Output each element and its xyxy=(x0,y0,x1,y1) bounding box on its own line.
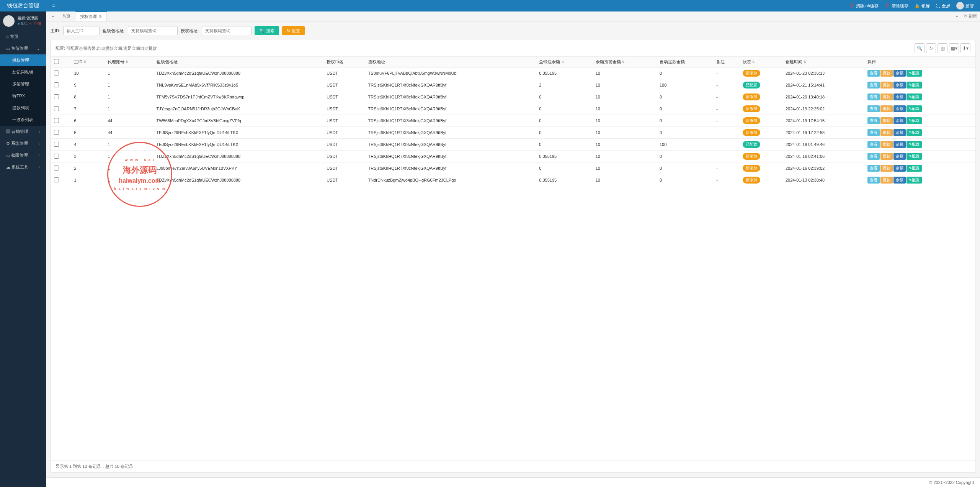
sidebar-item-withdraw-list[interactable]: 提款列表 xyxy=(0,102,46,114)
row-checkbox[interactable] xyxy=(54,82,59,87)
config-button[interactable]: ✎配置 xyxy=(906,177,922,184)
toolbar-columns-icon[interactable]: ▦▾ xyxy=(949,43,959,53)
fish-addr-input[interactable] xyxy=(128,26,178,35)
select-all-checkbox[interactable] xyxy=(54,59,59,64)
view-button[interactable]: 查看 xyxy=(867,82,880,89)
th-alert[interactable]: 余额预警金额 xyxy=(593,57,657,67)
view-button[interactable]: 查看 xyxy=(867,129,880,136)
search-button[interactable]: 🔍搜索 xyxy=(255,26,279,35)
view-button[interactable]: 查看 xyxy=(867,117,880,124)
row-checkbox[interactable] xyxy=(54,94,59,99)
view-button[interactable]: 查看 xyxy=(867,70,880,77)
cell-coin: USDT xyxy=(323,115,365,127)
balance-button[interactable]: 余额 xyxy=(893,117,906,124)
toolbar-refresh-icon[interactable]: ↻ xyxy=(926,43,936,53)
auth-addr-input[interactable] xyxy=(202,26,252,35)
fullscreen-link[interactable]: ⛶全屏 xyxy=(936,3,950,9)
reset-button[interactable]: ↻重置 xyxy=(282,26,305,35)
cell-status: 新添加 xyxy=(740,162,782,174)
th-agent[interactable]: 代理账号 xyxy=(105,57,153,67)
config-button[interactable]: ✎配置 xyxy=(906,82,922,89)
refresh-tab-link[interactable]: ↻ 刷新 xyxy=(964,13,977,19)
sidebar-item-system[interactable]: ⚙ 系统管理‹ xyxy=(0,138,46,149)
tab-home[interactable]: 首页 xyxy=(57,12,75,21)
tab-auth[interactable]: 授权管理⊗ xyxy=(75,11,107,21)
row-checkbox[interactable] xyxy=(54,71,59,75)
config-button[interactable]: ✎配置 xyxy=(906,117,922,124)
th-status[interactable]: 状态 xyxy=(740,57,782,67)
view-button[interactable]: 查看 xyxy=(867,105,880,112)
tab-prev-icon[interactable]: « xyxy=(49,14,57,18)
config-button[interactable]: ✎配置 xyxy=(906,93,922,100)
sidebar-item-tools[interactable]: ☁ 系统工具‹ xyxy=(0,161,46,173)
withdraw-button[interactable]: 提款 xyxy=(880,70,893,77)
hamburger-icon[interactable]: ≡ xyxy=(46,3,61,9)
withdraw-button[interactable]: 提款 xyxy=(880,93,893,100)
sidebar-item-mnemonic[interactable]: 助记词私钥 xyxy=(0,66,46,78)
row-checkbox[interactable] xyxy=(54,177,59,182)
toolbar-export-icon[interactable]: ⬇▾ xyxy=(960,43,970,53)
view-button[interactable]: 查看 xyxy=(867,165,880,172)
withdraw-button[interactable]: 提款 xyxy=(880,82,893,89)
config-button[interactable]: ✎配置 xyxy=(906,165,922,172)
withdraw-button[interactable]: 提款 xyxy=(880,129,893,136)
th-main-id[interactable]: 主ID xyxy=(71,57,105,67)
sidebar-item-marketing[interactable]: ▤ 营销管理‹ xyxy=(0,126,46,138)
balance-button[interactable]: 余额 xyxy=(893,177,906,184)
sidebar-item-permission[interactable]: ▭ 权限管理‹ xyxy=(0,149,46,161)
balance-button[interactable]: 余额 xyxy=(893,70,906,77)
main-id-input[interactable] xyxy=(63,26,100,35)
th-time[interactable]: 创建时间 xyxy=(782,57,864,67)
sidebar-item-wave[interactable]: 一波杀列表 xyxy=(0,114,46,126)
row-checkbox[interactable] xyxy=(54,130,59,135)
config-button[interactable]: ✎配置 xyxy=(906,129,922,136)
withdraw-button[interactable]: 提款 xyxy=(880,177,893,184)
clear-job-cache-link[interactable]: ❓清除job缓存 xyxy=(849,3,879,9)
config-button[interactable]: ✎配置 xyxy=(906,153,922,160)
id-icon: ▭ xyxy=(6,153,11,157)
row-checkbox[interactable] xyxy=(54,142,59,147)
data-panel: 配置: 可配置余额告警,自动提款金额,满足金额自动提款 🔍 ↻ ▥ ▦▾ ⬇▾ xyxy=(51,40,975,473)
tab-next-icon[interactable]: » xyxy=(952,14,961,18)
close-icon[interactable]: ⊗ xyxy=(98,14,102,19)
view-button[interactable]: 查看 xyxy=(867,153,880,160)
view-button[interactable]: 查看 xyxy=(867,177,880,184)
balance-button[interactable]: 余额 xyxy=(893,153,906,160)
clear-cache-link[interactable]: ❓清除缓存 xyxy=(885,3,908,9)
view-button[interactable]: 查看 xyxy=(867,141,880,148)
config-button[interactable]: ✎配置 xyxy=(906,105,922,112)
view-button[interactable]: 查看 xyxy=(867,93,880,100)
question-icon: ❓ xyxy=(849,3,854,8)
withdraw-button[interactable]: 提款 xyxy=(880,165,893,172)
withdraw-button[interactable]: 提款 xyxy=(880,105,893,112)
cell-auto: 0 xyxy=(657,174,713,186)
balance-button[interactable]: 余额 xyxy=(893,82,906,89)
toolbar-search-icon[interactable]: 🔍 xyxy=(915,43,924,53)
withdraw-button[interactable]: 提款 xyxy=(880,141,893,148)
gear-icon: ⚙ xyxy=(6,141,11,146)
balance-button[interactable]: 余额 xyxy=(893,93,906,100)
sidebar-item-trx[interactable]: 转TRX xyxy=(0,90,46,102)
config-button[interactable]: ✎配置 xyxy=(906,141,922,148)
sidebar-item-multisig[interactable]: 多签管理 xyxy=(0,78,46,90)
lock-screen-link[interactable]: 🔒锁屏 xyxy=(915,3,930,9)
sidebar-item-home[interactable]: ⌂ 首页 xyxy=(0,31,46,43)
config-button[interactable]: ✎配置 xyxy=(906,70,922,77)
sidebar-item-fish[interactable]: ▭ 鱼苗管理⌄ xyxy=(0,43,46,54)
toolbar-toggle-icon[interactable]: ▥ xyxy=(938,43,947,53)
row-checkbox[interactable] xyxy=(54,106,59,111)
withdraw-button[interactable]: 提款 xyxy=(880,117,893,124)
user-menu[interactable]: 超管 xyxy=(956,2,974,10)
balance-button[interactable]: 余额 xyxy=(893,165,906,172)
balance-button[interactable]: 余额 xyxy=(893,129,906,136)
sidebar-item-auth[interactable]: 授权管理 xyxy=(0,54,46,66)
row-checkbox[interactable] xyxy=(54,118,59,123)
withdraw-button[interactable]: 提款 xyxy=(880,153,893,160)
row-checkbox[interactable] xyxy=(54,166,59,171)
balance-button[interactable]: 余额 xyxy=(893,141,906,148)
th-balance[interactable]: 鱼钱包余额 xyxy=(536,57,592,67)
logout-link[interactable]: ⇨ 注销 xyxy=(29,21,41,26)
row-checkbox[interactable] xyxy=(54,154,59,159)
balance-button[interactable]: 余额 xyxy=(893,105,906,112)
cell-coin: USDT xyxy=(323,79,365,91)
